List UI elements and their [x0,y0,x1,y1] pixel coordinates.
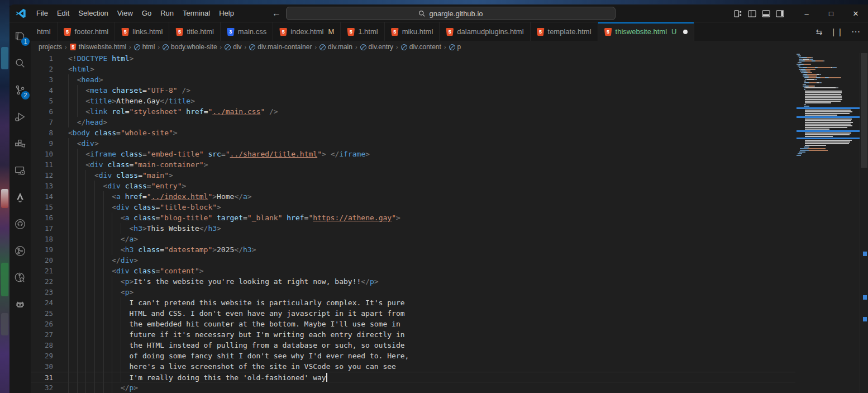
toggle-primary-sidebar-icon[interactable] [748,10,756,18]
menubar: FileEditSelectionViewGoRunTerminalHelp [32,7,239,20]
tab-links-html[interactable]: 5links.html [115,22,169,41]
activitybar-astro-extension[interactable] [11,188,29,207]
menu-run[interactable]: Run [156,7,178,20]
code-line-1[interactable]: 1<!DOCTYPE html> [31,53,795,64]
activitybar-explorer[interactable]: 1 [11,27,29,46]
code-line-28[interactable]: 28the HTML instead of pulling from a dat… [31,340,795,351]
activitybar-git-graph[interactable] [11,242,29,261]
toggle-panel-icon[interactable] [762,10,770,18]
code-line-31[interactable]: 31I'm really doing this the 'old-fashion… [31,372,795,382]
code-line-16[interactable]: 16<a class="blog-title" target="_blank" … [31,212,795,223]
activitybar-godot-tools[interactable] [11,295,29,314]
close-button[interactable]: ✕ [843,4,868,22]
breadcrumb-item[interactable]: div.entry [360,43,393,51]
html-file-icon: 5 [279,28,287,36]
code-line-18[interactable]: 18</a> [31,234,795,244]
breadcrumb-separator: › [245,44,247,50]
activitybar-extensions[interactable] [11,134,29,153]
line-content: <a class="blog-title" target="_blank" hr… [68,212,400,223]
breadcrumb-item[interactable]: p [449,43,461,51]
code-line-12[interactable]: 12<div class="main"> [31,170,795,181]
code-line-25[interactable]: 25HTML and CSS. I don't even have any ja… [31,308,795,319]
activitybar-search[interactable] [11,54,29,73]
nav-back-icon[interactable]: ← [272,8,281,18]
code-line-11[interactable]: 11<div class="main-container"> [31,159,795,170]
minimap[interactable] [797,53,860,157]
code-line-30[interactable]: 30here's a live screenshot of the site i… [31,361,795,372]
code-line-10[interactable]: 10<iframe class="embed-title" src="../sh… [31,149,795,159]
maximize-button[interactable]: □ [819,4,843,22]
scrollbar-slider[interactable] [861,53,867,168]
activitybar-github[interactable] [11,215,29,234]
code-line-27[interactable]: 27future if it's necessary but I'm writi… [31,329,795,340]
breadcrumb-item[interactable]: html [134,43,155,51]
customize-layout-icon[interactable] [734,10,742,18]
minimap-highlight-bar [797,107,860,109]
menu-help[interactable]: Help [214,7,239,20]
line-content: <link rel="stylesheet" href="../main.css… [68,106,278,117]
menu-edit[interactable]: Edit [53,7,74,20]
menu-go[interactable]: Go [137,7,156,20]
code-line-5[interactable]: 5<title>Athene.Gay</title> [31,96,795,106]
activitybar-run-debug[interactable] [11,107,29,126]
tab-title-html[interactable]: 5title.html [169,22,220,41]
code-line-9[interactable]: 9<div> [31,138,795,149]
more-actions-icon[interactable]: ⋯ [851,26,860,37]
activitybar-gitlens[interactable] [11,268,29,287]
breadcrumb-item[interactable]: div.content [401,43,441,51]
tab-index-html[interactable]: 5index.htmlM [273,22,341,41]
tab-dalamudplugins-html[interactable]: 5dalamudplugins.html [440,22,530,41]
code-line-21[interactable]: 21<div class="content"> [31,266,795,276]
toggle-secondary-sidebar-icon[interactable] [776,10,784,18]
code-line-26[interactable]: 26the embedded hit counter at the bottom… [31,319,795,329]
menu-file[interactable]: File [32,7,53,20]
activitybar-source-control[interactable]: 2 [11,81,29,100]
code-line-22[interactable]: 22<p>It's the website you're looking at … [31,276,795,287]
tab-html[interactable]: html [31,22,58,41]
tab-thiswebsite-html[interactable]: 5thiswebsite.htmlU [598,22,695,41]
code-editor[interactable]: 1<!DOCTYPE html>2<html>3<head>4<meta cha… [31,53,868,393]
minimize-button[interactable]: – [794,4,819,22]
code-line-14[interactable]: 14<a href="../index.html">Home</a> [31,191,795,202]
code-line-13[interactable]: 13<div class="entry"> [31,181,795,191]
code-line-15[interactable]: 15<div class="title-block"> [31,202,795,212]
code-line-23[interactable]: 23<p> [31,287,795,297]
breadcrumb-label: body.whole-site [171,43,217,51]
command-center-search[interactable]: gnargle.github.io [286,7,616,20]
breadcrumb-item[interactable]: div.main [319,43,352,51]
tab-main-css[interactable]: 3main.css [221,22,273,41]
code-line-2[interactable]: 2<html> [31,64,795,74]
code-line-20[interactable]: 20</div> [31,255,795,266]
code-line-6[interactable]: 6<link rel="stylesheet" href="../main.cs… [31,106,795,117]
symbol-icon [449,44,455,50]
tab-miku-html[interactable]: 5miku.html [385,22,440,41]
scrollbar[interactable] [860,53,868,393]
line-content: <html> [68,64,94,74]
code-line-7[interactable]: 7</head> [31,117,795,127]
code-line-29[interactable]: 29of doing some fancy shit I don't see w… [31,351,795,361]
breadcrumb-item[interactable]: div.main-container [249,43,312,51]
activitybar-remote-explorer[interactable] [11,161,29,180]
breadcrumb-item[interactable]: projects [39,43,62,51]
code-line-8[interactable]: 8<body class="whole-site"> [31,127,795,138]
open-changes-icon[interactable]: ⇆ [816,27,823,36]
breadcrumb-item[interactable]: div [225,43,241,51]
html-file-icon: 5 [121,28,129,36]
menu-selection[interactable]: Selection [74,7,112,20]
code-line-17[interactable]: 17<h3>This Website</h3> [31,223,795,234]
code-line-19[interactable]: 19<h3 class="datestamp">2025</h3> [31,244,795,255]
breadcrumb-item[interactable]: body.whole-site [163,43,217,51]
code-line-24[interactable]: 24I can't pretend this website is partic… [31,297,795,308]
tab-template-html[interactable]: 5template.html [531,22,598,41]
code-line-32[interactable]: 32</p> [31,382,795,393]
dirty-indicator-icon[interactable] [683,30,688,34]
menu-terminal[interactable]: Terminal [178,7,214,20]
breadcrumb-item[interactable]: 5thiswebsite.html [70,43,126,51]
menu-view[interactable]: View [113,7,137,20]
code-line-4[interactable]: 4<meta charset="UTF-8" /> [31,85,795,96]
symbol-icon [249,44,255,50]
split-editor-icon[interactable]: ❘❘ [831,27,843,36]
tab-footer-html[interactable]: 5footer.html [58,22,116,41]
code-line-3[interactable]: 3<head> [31,74,795,85]
tab-1-html[interactable]: 51.html [341,22,384,41]
